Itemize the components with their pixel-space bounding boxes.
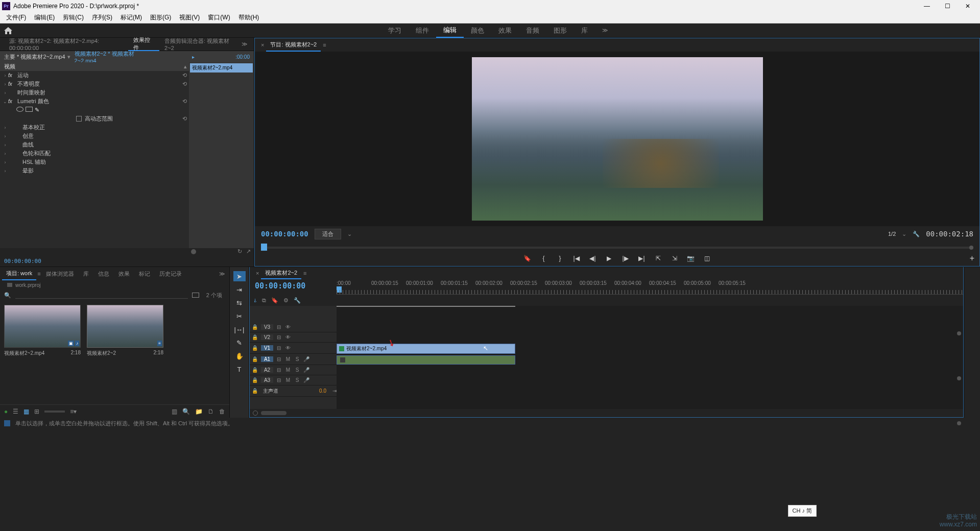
workspace-learn[interactable]: 学习: [381, 23, 409, 38]
selection-tool-icon[interactable]: ➤: [233, 271, 246, 281]
time-ruler[interactable]: :00:00 00:00:00:15 00:00:01:00 00:00:01:…: [337, 279, 963, 295]
close-button[interactable]: ✕: [958, 0, 978, 12]
menu-window[interactable]: 窗口(W): [204, 13, 234, 22]
sync-lock-icon[interactable]: ⊟: [274, 367, 283, 373]
program-tab[interactable]: 节目: 视频素材2~2: [266, 38, 321, 52]
marker-icon[interactable]: 🔖: [523, 254, 532, 263]
tab-info[interactable]: 信息: [94, 267, 113, 280]
tab-source[interactable]: 源: 视频素材2~2: 视频素材2~2.mp4: 00:00:00:00: [4, 38, 128, 51]
ec-playhead-indicator[interactable]: ▸: [192, 54, 195, 60]
eye-icon[interactable]: 👁: [283, 345, 293, 351]
linked-selection-icon[interactable]: ⧉: [262, 297, 266, 304]
delete-icon[interactable]: 🗑: [219, 408, 225, 415]
pen-mask-icon[interactable]: ✎: [35, 107, 39, 113]
menu-edit[interactable]: 编辑(E): [30, 13, 59, 22]
goto-out-icon[interactable]: ▶|: [637, 254, 647, 263]
ec-curves[interactable]: ›曲线: [0, 140, 189, 149]
ellipse-mask-icon[interactable]: [16, 107, 23, 112]
reset-icon[interactable]: ⟲: [182, 115, 187, 122]
workspace-library[interactable]: 库: [574, 23, 595, 38]
effect-timeline[interactable]: 视频素材2~2.mp4: [189, 62, 254, 248]
panel-close-icon[interactable]: ×: [259, 42, 266, 48]
sync-lock-icon[interactable]: ⊟: [274, 324, 283, 330]
menu-sequence[interactable]: 序列(S): [88, 13, 116, 22]
ec-colorwheel[interactable]: ›色轮和匹配: [0, 149, 189, 158]
sync-lock-icon[interactable]: ⊟: [274, 377, 283, 383]
eye-icon[interactable]: 👁: [283, 334, 293, 340]
track-a3[interactable]: 🔒A3⊟MS🎤: [250, 375, 337, 385]
master-value[interactable]: 0.0: [319, 388, 332, 394]
ec-timeremap[interactable]: ›时间重映射: [0, 88, 189, 97]
track-v3[interactable]: 🔒V3⊟👁: [250, 322, 337, 332]
voice-icon[interactable]: 🎤: [302, 356, 311, 362]
export-frame-icon[interactable]: 📷: [686, 254, 696, 263]
project-sequence[interactable]: ≡ 视频素材2~22:18: [87, 305, 163, 400]
find-icon[interactable]: 🔍: [182, 408, 190, 415]
track-select-tool-icon[interactable]: ⇥: [233, 284, 246, 295]
marker-add-icon[interactable]: 🔖: [271, 297, 278, 304]
ec-creative[interactable]: ›创意: [0, 132, 189, 140]
video-viewport[interactable]: [255, 52, 979, 226]
pen-tool-icon[interactable]: ✎: [233, 337, 246, 348]
wrench-icon[interactable]: 🔧: [294, 297, 301, 304]
tab-effect-controls[interactable]: 效果控件: [128, 38, 159, 51]
sort-icon[interactable]: ≡▾: [70, 408, 77, 415]
export-icon[interactable]: ↗: [246, 248, 251, 255]
workspace-color[interactable]: 颜色: [464, 23, 491, 38]
ime-indicator[interactable]: CH ♪ 简: [788, 505, 817, 517]
ec-opacity[interactable]: ›fx不透明度⟲: [0, 80, 189, 88]
in-point-icon[interactable]: {: [539, 254, 548, 263]
project-tabs-overflow[interactable]: ≫: [217, 271, 227, 277]
playback-resolution[interactable]: 1/2: [888, 231, 896, 237]
res-dropdown-icon[interactable]: ⌄: [902, 231, 906, 237]
goto-in-icon[interactable]: |◀: [572, 254, 581, 263]
filter-icon[interactable]: [192, 293, 199, 298]
home-button[interactable]: [0, 27, 16, 34]
lock-icon[interactable]: 🔒: [250, 345, 260, 351]
type-tool-icon[interactable]: T: [233, 364, 246, 374]
razor-tool-icon[interactable]: ✂: [233, 311, 246, 321]
zoom-fit[interactable]: 适合: [315, 229, 341, 239]
sequence-tab[interactable]: 视频素材2~2: [261, 267, 301, 279]
playhead-icon[interactable]: [261, 244, 267, 251]
collapse-icon[interactable]: ▴: [184, 63, 187, 70]
project-search-input[interactable]: [15, 292, 188, 299]
ec-timecode[interactable]: 00:00:00:00: [4, 258, 41, 264]
tab-libraries[interactable]: 库: [79, 267, 93, 280]
timeline-tracks[interactable]: 视频素材2~2.mp4 ➘ ↖: [337, 306, 963, 409]
track-a1[interactable]: 🔒A1⊟MS🎤: [250, 354, 337, 365]
timeline-zoom-bar[interactable]: [250, 409, 963, 417]
maximize-button[interactable]: ☐: [937, 0, 958, 12]
tab-history[interactable]: 历史记录: [155, 267, 186, 280]
menu-clip[interactable]: 剪辑(C): [59, 13, 88, 22]
ec-hsl[interactable]: ›HSL 辅助: [0, 158, 189, 166]
reset-icon[interactable]: ⟲: [182, 81, 187, 87]
ec-motion[interactable]: ›fx运动⟲: [0, 71, 189, 80]
tab-markers[interactable]: 标记: [135, 267, 154, 280]
source-tabs-overflow[interactable]: ≫: [240, 41, 250, 47]
track-a2[interactable]: 🔒A2⊟MS🎤: [250, 365, 337, 375]
step-fwd-icon[interactable]: |▶: [621, 254, 630, 263]
menu-graphics[interactable]: 图形(G): [146, 13, 175, 22]
compare-icon[interactable]: ◫: [703, 254, 712, 263]
new-item-icon[interactable]: 🗋: [208, 408, 214, 415]
menu-file[interactable]: 文件(F): [2, 13, 30, 22]
hdr-checkbox[interactable]: [76, 116, 82, 122]
hand-tool-icon[interactable]: ✋: [233, 351, 246, 361]
timeline-timecode[interactable]: 00:00:00:00: [250, 279, 337, 295]
program-scrubber[interactable]: [255, 242, 979, 251]
voice-icon[interactable]: 🎤: [302, 367, 311, 373]
ec-hdr[interactable]: 高动态范围⟲: [0, 114, 189, 123]
project-clip[interactable]: ▣♪ 视频素材2~2.mp42:18: [4, 305, 81, 400]
audio-clip[interactable]: [337, 355, 515, 365]
search-icon[interactable]: 🔍: [4, 292, 11, 299]
reset-icon[interactable]: ⟲: [182, 72, 187, 79]
zoom-slider[interactable]: [44, 411, 65, 413]
track-v1[interactable]: 🔒V1⊟👁: [250, 343, 337, 354]
ripple-tool-icon[interactable]: ⇆: [233, 298, 246, 308]
lock-icon[interactable]: 🔒: [250, 388, 260, 394]
panel-menu-icon[interactable]: ≡: [301, 270, 308, 276]
panel-menu-icon[interactable]: ≡: [321, 42, 328, 48]
minimize-button[interactable]: —: [917, 0, 937, 12]
play-icon[interactable]: ▶: [605, 254, 614, 263]
